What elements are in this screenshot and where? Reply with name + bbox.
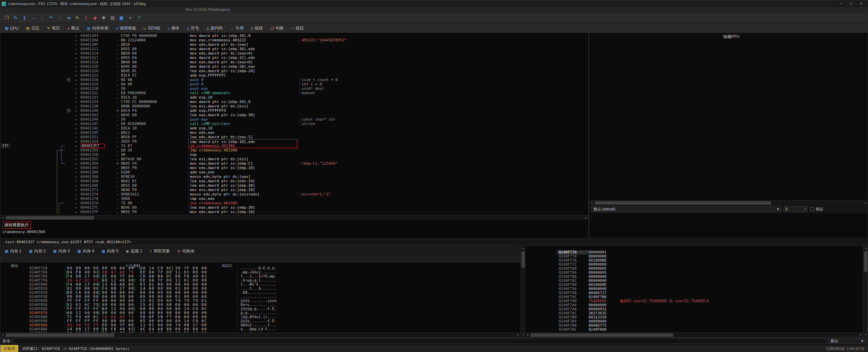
breakpoint-dot-icon[interactable] — [74, 192, 78, 196]
disasm-row[interactable]: ┌─┼─ 00401359 . EB 35 jmp crakmeeasy.401… — [0, 148, 588, 152]
breakpoint-dot-icon[interactable] — [74, 34, 78, 38]
register-line[interactable] — [593, 60, 868, 65]
fold-icon[interactable] — [67, 161, 72, 166]
register-line[interactable] — [593, 137, 868, 142]
fold-icon[interactable] — [67, 148, 72, 152]
maximize-button[interactable]: ▢ — [846, 0, 856, 7]
view-tab[interactable]: → 引用 — [226, 24, 247, 33]
register-line[interactable] — [593, 182, 868, 187]
disasm-row[interactable]: 00401347 . E8 DC020000 call <JMP.&strlen… — [0, 122, 588, 126]
fold-icon[interactable] — [67, 179, 72, 183]
memory-vscrollbar[interactable]: ▴ ▾ — [520, 246, 525, 337]
disassembly-view[interactable]: 00401303 . C745 F0 00000000 mov dword pt… — [0, 33, 588, 215]
disasm-row[interactable]: │ 0040136E . 8D55 D0 lea edx,dword ptr s… — [0, 183, 588, 188]
register-line[interactable] — [593, 121, 868, 126]
disasm-row[interactable]: EIP ┌─ 00401357 . 72 07 jb crakmeeasy.40… — [0, 144, 588, 148]
spin-down-icon[interactable]: ▾ — [805, 209, 806, 211]
register-line[interactable] — [593, 96, 868, 101]
register-line[interactable] — [593, 70, 868, 76]
breakpoint-dot-icon[interactable] — [74, 91, 78, 95]
memory-tab[interactable]: ▦ 内存 3 — [50, 247, 74, 255]
breakpoint-dot-icon[interactable] — [74, 183, 78, 188]
disasm-row[interactable]: │ │ 0040135B . 90 nop — [0, 152, 588, 157]
toolbar-button[interactable]: ▦ — [117, 14, 126, 22]
register-line[interactable] — [593, 86, 868, 91]
disasm-row[interactable]: 00401334 . C745 CC 00000000 mov dword pt… — [0, 100, 588, 104]
disasm-hscroll-thumb[interactable] — [6, 216, 94, 220]
breakpoint-dot-icon[interactable] — [74, 86, 78, 91]
disasm-row[interactable]: 00401314 . 8B50 04 mov edx,dword ptr ds:… — [0, 51, 588, 56]
register-line[interactable] — [593, 162, 868, 167]
scroll-down-icon[interactable]: ▾ — [521, 332, 526, 337]
fold-icon[interactable] — [67, 42, 72, 47]
fold-icon[interactable] — [67, 174, 72, 179]
fold-icon[interactable] — [67, 188, 72, 192]
fold-icon[interactable] — [67, 64, 72, 69]
breakpoint-dot-icon[interactable] — [74, 179, 78, 183]
disasm-row[interactable]: │┌── 0040137A . 75 0D jne crakmeeasy.401… — [0, 201, 588, 205]
scroll-right-icon[interactable]: ▸ — [863, 201, 868, 205]
profile-select[interactable]: 默认 ▾ — [828, 338, 866, 344]
menu-item[interactable] — [7, 10, 13, 11]
disasm-row[interactable]: │ 00401378 . 39D0 cmp eax,edx — [0, 196, 588, 201]
breakpoint-dot-icon[interactable] — [74, 108, 78, 113]
fold-icon[interactable] — [67, 73, 72, 78]
breakpoint-dot-icon[interactable] — [74, 122, 78, 126]
view-tab[interactable]: ▤ 日志 — [22, 24, 43, 33]
view-tab[interactable]: ● 断点 — [63, 24, 83, 33]
view-tab[interactable]: ▥ 内存布局 — [83, 24, 112, 33]
fold-icon[interactable] — [67, 201, 72, 205]
fold-icon[interactable] — [67, 91, 72, 95]
fold-icon[interactable] — [67, 192, 72, 196]
disasm-row[interactable]: 00401317 . 8955 D4 mov dword ptr ss:[ebp… — [0, 56, 588, 60]
fold-icon[interactable] — [67, 69, 72, 73]
fold-icon[interactable] — [67, 144, 72, 148]
disasm-row[interactable]: 0040131D . 8945 D8 mov dword ptr ss:[ebp… — [0, 64, 588, 69]
fold-icon[interactable] — [67, 157, 72, 161]
call-argument-row[interactable] — [589, 213, 868, 218]
disasm-row[interactable]: 00401331 . 83C4 10 add esp,10 — [0, 95, 588, 100]
fold-icon[interactable] — [67, 95, 72, 100]
disasm-row[interactable]: │ 00401371 . 8B4D F0 mov ecx,dword ptr s… — [0, 188, 588, 192]
stack-vscroll-thumb[interactable] — [864, 251, 867, 272]
disasm-row[interactable]: │ │ 0040135C . 8D7426 00 lea esi,dword p… — [0, 157, 588, 161]
stack-row[interactable]: 0240F77000000001 — [525, 246, 863, 250]
register-line[interactable] — [593, 91, 868, 96]
command-input[interactable] — [14, 338, 826, 344]
fold-icon[interactable] — [67, 78, 70, 81]
disasm-row[interactable]: 0040131A . 8B40 08 mov eax,dword ptr ds:… — [0, 60, 588, 64]
breakpoint-dot-icon[interactable] — [74, 205, 78, 210]
fold-icon[interactable] — [67, 47, 72, 51]
breakpoint-dot-icon[interactable] — [74, 47, 78, 51]
view-tab[interactable]: Σ 符号 — [183, 24, 203, 33]
menu-item[interactable] — [18, 10, 23, 11]
register-line[interactable] — [593, 55, 868, 60]
fold-icon[interactable] — [67, 34, 72, 38]
close-button[interactable]: ✕ — [856, 0, 866, 7]
fold-icon[interactable] — [67, 126, 72, 130]
lock-checkbox[interactable] — [810, 207, 814, 211]
register-line[interactable] — [593, 142, 868, 147]
breakpoint-dot-icon[interactable] — [74, 42, 78, 47]
stack-hscrollbar[interactable]: ◂ ▸ — [525, 332, 863, 337]
view-tab[interactable]: ▦ CPU — [1, 24, 22, 33]
breakpoint-dot-icon[interactable] — [74, 152, 78, 157]
register-line[interactable] — [593, 172, 868, 177]
view-tab[interactable]: ∞ SEH链 — [140, 24, 164, 33]
memory-tab[interactable]: ƒ 局部变量 — [146, 247, 174, 255]
breakpoint-dot-icon[interactable] — [74, 95, 78, 100]
memory-hscroll-thumb[interactable] — [6, 333, 114, 337]
menu-item[interactable] — [2, 10, 7, 11]
breakpoint-dot-icon[interactable] — [74, 117, 78, 122]
disasm-row[interactable]: 0040132B . 50 push eax void* dest — [0, 86, 588, 91]
breakpoint-dot-icon[interactable] — [74, 166, 78, 170]
fold-icon[interactable] — [67, 152, 72, 157]
disasm-row[interactable]: 0040130F . 8B10 mov edx,dword ptr ds:[ea… — [0, 42, 588, 47]
disasm-row[interactable]: 0040132C . E8 F0020000 call <JMP.&memset… — [0, 91, 588, 95]
fold-icon[interactable] — [67, 113, 72, 117]
toolbar-button[interactable]: ≡ — [126, 14, 135, 22]
fold-icon[interactable] — [67, 51, 72, 56]
disasm-hscrollbar[interactable]: ◂ ▸ — [0, 215, 588, 220]
menu-item[interactable] — [34, 10, 40, 11]
breakpoint-dot-icon[interactable] — [74, 201, 78, 205]
